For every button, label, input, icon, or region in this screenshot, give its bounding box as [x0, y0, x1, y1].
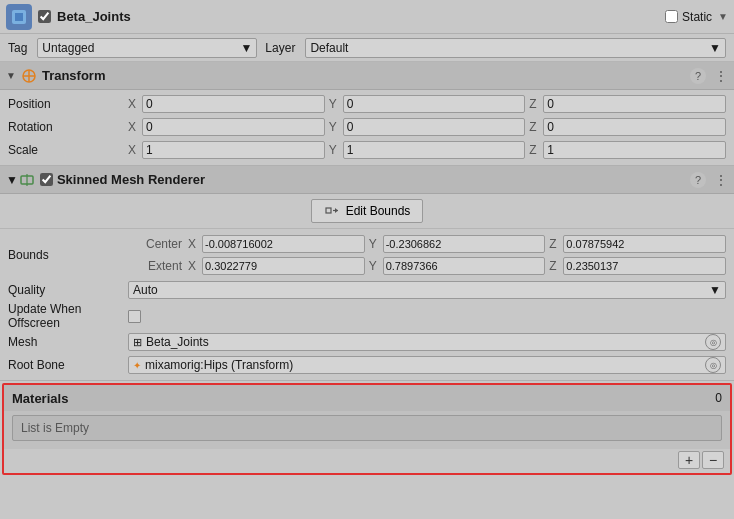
- center-y-input[interactable]: [383, 235, 546, 253]
- quality-dropdown[interactable]: Auto ▼: [128, 281, 726, 299]
- bounds-row: Bounds Center X Y: [8, 232, 726, 278]
- extent-x-letter: X: [188, 259, 200, 273]
- scale-z-field: Z: [529, 141, 726, 159]
- edit-bounds-button[interactable]: Edit Bounds: [311, 199, 424, 223]
- transform-body: Position X Y Z Rotation: [0, 90, 734, 166]
- quality-arrow: ▼: [709, 283, 721, 297]
- center-y-field: Y: [369, 235, 546, 253]
- rotation-z-label: Z: [529, 120, 541, 134]
- root-bone-label: Root Bone: [8, 358, 128, 372]
- active-checkbox[interactable]: [38, 10, 51, 23]
- rotation-xyz: X Y Z: [128, 118, 726, 136]
- skinned-mesh-help[interactable]: ?: [690, 172, 706, 188]
- static-section: Static ▼: [665, 10, 728, 24]
- extent-x-field: X: [188, 257, 365, 275]
- mesh-object-field[interactable]: ⊞ Beta_Joints ◎: [128, 333, 726, 351]
- position-row: Position X Y Z: [8, 93, 726, 115]
- rotation-x-label: X: [128, 120, 140, 134]
- root-bone-select-icon[interactable]: ◎: [705, 357, 721, 373]
- extent-row: Extent X Y Z: [128, 256, 726, 276]
- object-icon: [6, 4, 32, 30]
- transform-collapse-arrow[interactable]: ▼: [6, 70, 16, 81]
- root-bone-row: Root Bone ✦ mixamorig:Hips (Transform) ◎: [8, 354, 726, 376]
- mesh-select-icon[interactable]: ◎: [705, 334, 721, 350]
- tag-value: Untagged: [42, 41, 94, 55]
- update-offscreen-row: Update When Offscreen: [8, 302, 726, 330]
- extent-z-input[interactable]: [563, 257, 726, 275]
- center-z-letter: Z: [549, 237, 561, 251]
- scale-y-field: Y: [329, 141, 526, 159]
- rotation-row: Rotation X Y Z: [8, 116, 726, 138]
- materials-section: Materials 0 List is Empty + −: [2, 383, 732, 475]
- transform-section-header: ▼ Transform ? ⋮: [0, 62, 734, 90]
- center-x-input[interactable]: [202, 235, 365, 253]
- extent-y-field: Y: [369, 257, 546, 275]
- scale-z-input[interactable]: [543, 141, 726, 159]
- scale-row: Scale X Y Z: [8, 139, 726, 161]
- center-xyz: X Y Z: [188, 235, 726, 253]
- root-bone-transform-icon: ✦: [133, 360, 141, 371]
- list-empty-label: List is Empty: [12, 415, 722, 441]
- extent-y-input[interactable]: [383, 257, 546, 275]
- transform-help[interactable]: ?: [690, 68, 706, 84]
- tag-dropdown[interactable]: Untagged ▼: [37, 38, 257, 58]
- scale-xyz: X Y Z: [128, 141, 726, 159]
- layer-label: Layer: [265, 41, 295, 55]
- root-bone-field[interactable]: ✦ mixamorig:Hips (Transform) ◎: [128, 356, 726, 374]
- center-x-letter: X: [188, 237, 200, 251]
- skinned-mesh-active-checkbox[interactable]: [40, 173, 53, 186]
- mesh-grid-icon: ⊞: [133, 336, 142, 349]
- scale-label: Scale: [8, 143, 128, 157]
- extent-xyz: X Y Z: [188, 257, 726, 275]
- layer-value: Default: [310, 41, 348, 55]
- rotation-z-field: Z: [529, 118, 726, 136]
- skinned-mesh-menu[interactable]: ⋮: [714, 172, 728, 188]
- rotation-label: Rotation: [8, 120, 128, 134]
- center-z-input[interactable]: [563, 235, 726, 253]
- mesh-ref-label: Mesh: [8, 335, 128, 349]
- rotation-z-input[interactable]: [543, 118, 726, 136]
- svg-rect-1: [15, 13, 23, 21]
- rotation-y-field: Y: [329, 118, 526, 136]
- center-y-letter: Y: [369, 237, 381, 251]
- mesh-ref-row: Mesh ⊞ Beta_Joints ◎: [8, 331, 726, 353]
- static-label: Static: [682, 10, 712, 24]
- position-y-input[interactable]: [343, 95, 526, 113]
- position-z-label: Z: [529, 97, 541, 111]
- extent-z-letter: Z: [549, 259, 561, 273]
- extent-y-letter: Y: [369, 259, 381, 273]
- tag-arrow: ▼: [240, 41, 252, 55]
- skinned-collapse-arrow[interactable]: ▼: [6, 173, 18, 187]
- edit-bounds-row: Edit Bounds: [0, 194, 734, 229]
- position-y-field: Y: [329, 95, 526, 113]
- scale-x-label: X: [128, 143, 140, 157]
- edit-bounds-label: Edit Bounds: [346, 204, 411, 218]
- position-z-input[interactable]: [543, 95, 726, 113]
- static-checkbox[interactable]: [665, 10, 678, 23]
- scale-y-input[interactable]: [343, 141, 526, 159]
- extent-x-input[interactable]: [202, 257, 365, 275]
- rotation-x-input[interactable]: [142, 118, 325, 136]
- rotation-x-field: X: [128, 118, 325, 136]
- position-label: Position: [8, 97, 128, 111]
- layer-dropdown[interactable]: Default ▼: [305, 38, 726, 58]
- materials-footer: + −: [4, 449, 730, 473]
- mesh-value: Beta_Joints: [146, 335, 209, 349]
- rotation-y-input[interactable]: [343, 118, 526, 136]
- edit-bounds-icon: [324, 203, 340, 219]
- transform-title: Transform: [42, 68, 690, 83]
- materials-add-button[interactable]: +: [678, 451, 700, 469]
- update-offscreen-checkbox[interactable]: [128, 310, 141, 323]
- quality-label: Quality: [8, 283, 128, 297]
- rotation-y-label: Y: [329, 120, 341, 134]
- materials-title: Materials: [12, 391, 715, 406]
- quality-row: Quality Auto ▼: [8, 279, 726, 301]
- materials-remove-button[interactable]: −: [702, 451, 724, 469]
- position-x-label: X: [128, 97, 140, 111]
- static-dropdown-arrow[interactable]: ▼: [718, 11, 728, 22]
- transform-menu[interactable]: ⋮: [714, 68, 728, 84]
- position-x-input[interactable]: [142, 95, 325, 113]
- transform-icon: [20, 67, 38, 85]
- scale-x-input[interactable]: [142, 141, 325, 159]
- skinned-mesh-section-header: ▼ Skinned Mesh Renderer ? ⋮: [0, 166, 734, 194]
